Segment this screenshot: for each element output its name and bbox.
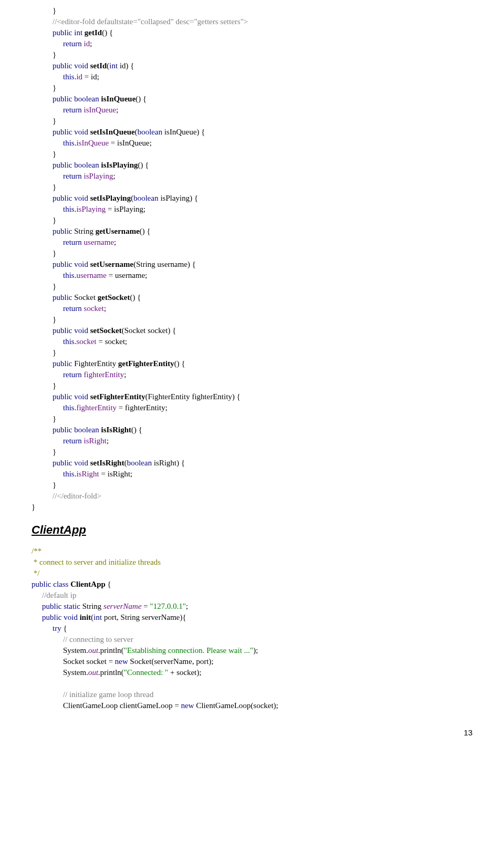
code-line: //<editor-fold defaultstate="collapsed" … bbox=[32, 16, 472, 27]
code-line: return fighterEntity; bbox=[32, 369, 472, 380]
code-line: this.socket = socket; bbox=[32, 336, 472, 347]
code-line: * connect to server and initialize threa… bbox=[32, 557, 472, 568]
code-line: */ bbox=[32, 568, 472, 579]
code-line: return isPlaying; bbox=[32, 171, 472, 182]
code-line: // connecting to server bbox=[32, 634, 472, 645]
code-line: this.id = id; bbox=[32, 71, 472, 82]
code-line: try { bbox=[32, 623, 472, 634]
code-line: return socket; bbox=[32, 303, 472, 314]
code-line: } bbox=[32, 49, 472, 60]
code-line: // initialize game loop thread bbox=[32, 689, 472, 700]
code-line: return isInQueue; bbox=[32, 105, 472, 116]
page-number: 13 bbox=[32, 727, 472, 738]
section-heading: ClientApp bbox=[32, 522, 472, 538]
code-line: } bbox=[32, 215, 472, 226]
code-line: } bbox=[32, 347, 472, 358]
code-line: /** bbox=[32, 546, 472, 557]
code-line: public void setFighterEntity(FighterEnti… bbox=[32, 391, 472, 402]
code-line: public void init(int port, String server… bbox=[32, 612, 472, 623]
code-line: //default ip bbox=[32, 590, 472, 601]
code-line: } bbox=[32, 182, 472, 193]
code-line: } bbox=[32, 502, 472, 513]
code-line: return isRight; bbox=[32, 435, 472, 447]
code-line: } bbox=[32, 480, 472, 491]
code-line: this.isPlaying = isPlaying; bbox=[32, 204, 472, 215]
code-line: return username; bbox=[32, 237, 472, 248]
code-line: public String getUsername() { bbox=[32, 226, 472, 237]
code-line: public void setIsPlaying(boolean isPlayi… bbox=[32, 193, 472, 204]
code-line: } bbox=[32, 248, 472, 259]
code-line: public void setId(int id) { bbox=[32, 60, 472, 71]
code-line: } bbox=[32, 149, 472, 160]
code-line: } bbox=[32, 82, 472, 94]
code-line: public void setIsInQueue(boolean isInQue… bbox=[32, 127, 472, 138]
code-line: } bbox=[32, 5, 472, 16]
code-line: } bbox=[32, 281, 472, 292]
code-line: public Socket getSocket() { bbox=[32, 292, 472, 303]
code-line: public boolean isIsPlaying() { bbox=[32, 160, 472, 171]
code-line: public void setSocket(Socket socket) { bbox=[32, 325, 472, 336]
code-line: public static String serverName = "127.0… bbox=[32, 601, 472, 612]
code-line: public FighterEntity getFighterEntity() … bbox=[32, 358, 472, 369]
code-line: this.username = username; bbox=[32, 270, 472, 281]
code-line: ClientGameLoop clientGameLoop = new Clie… bbox=[32, 700, 472, 711]
code-line: public class ClientApp { bbox=[32, 579, 472, 590]
code-line: } bbox=[32, 447, 472, 458]
code-line: } bbox=[32, 413, 472, 424]
code-line: } bbox=[32, 314, 472, 325]
code-line: public boolean isIsRight() { bbox=[32, 424, 472, 435]
code-line: this.isInQueue = isInQueue; bbox=[32, 138, 472, 149]
code-line: public int getId() { bbox=[32, 27, 472, 38]
code-block-2: /** * connect to server and initialize t… bbox=[32, 546, 472, 711]
code-line: Socket socket = new Socket(serverName, p… bbox=[32, 656, 472, 667]
code-line: public void setUsername(String username)… bbox=[32, 259, 472, 270]
code-line: public boolean isInQueue() { bbox=[32, 94, 472, 105]
code-line: //</editor-fold> bbox=[32, 491, 472, 502]
code-line bbox=[32, 678, 472, 689]
code-line: this.isRight = isRight; bbox=[32, 469, 472, 480]
code-line: System.out.println("Establishing connect… bbox=[32, 645, 472, 656]
code-line: public void setIsRight(boolean isRight) … bbox=[32, 458, 472, 469]
code-line: } bbox=[32, 380, 472, 391]
code-line: return id; bbox=[32, 38, 472, 49]
code-block-1: }//<editor-fold defaultstate="collapsed"… bbox=[32, 5, 472, 513]
code-line: System.out.println("Connected: " + socke… bbox=[32, 667, 472, 678]
code-line: this.fighterEntity = fighterEntity; bbox=[32, 402, 472, 413]
code-line: } bbox=[32, 116, 472, 127]
